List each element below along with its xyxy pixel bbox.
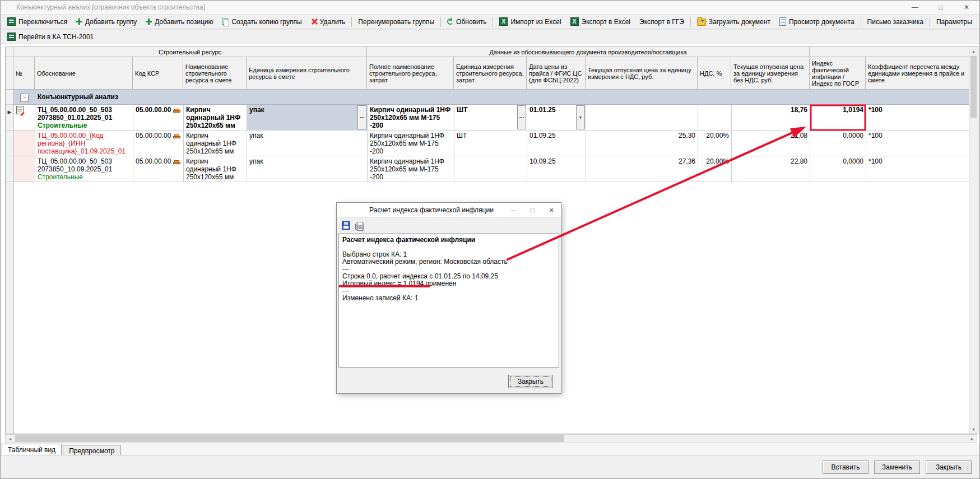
price-vat-cell[interactable]: 25,30 bbox=[586, 131, 698, 156]
name-estimate-text: Кирпич одинарный 1НФ 250х120х65 мм М-175… bbox=[186, 106, 240, 131]
dropdown-button[interactable]: ▼ bbox=[576, 105, 585, 129]
justification-cell[interactable]: ТЦ_05.00.00.00_{Код региона}_{ИНН постав… bbox=[35, 131, 133, 156]
customer-letter-button[interactable]: Письмо заказчика bbox=[863, 16, 928, 27]
vertical-scroll-thumb[interactable] bbox=[970, 56, 977, 118]
replace-button[interactable]: Заменить bbox=[874, 461, 920, 474]
dialog-minimize-button[interactable]: — bbox=[504, 203, 523, 217]
header-price-date[interactable]: Дата цены из прайса / ФГИС ЦС (для ФСБЦ-… bbox=[527, 57, 586, 90]
tab-table-view[interactable]: Табличный вид bbox=[2, 444, 62, 455]
renumber-groups-button[interactable]: Перенумеровать группы bbox=[354, 16, 439, 27]
dialog-close-action-button[interactable]: Закрыть bbox=[508, 375, 553, 388]
save-icon[interactable] bbox=[342, 221, 350, 230]
price-vat-cell[interactable]: 27,36 bbox=[586, 156, 698, 182]
price-vat-cell[interactable] bbox=[586, 105, 698, 131]
row-num-cell[interactable] bbox=[14, 156, 35, 182]
scroll-down-icon[interactable]: ▼ bbox=[969, 425, 978, 434]
conversion-cell[interactable]: *100 bbox=[866, 156, 969, 182]
row-num-cell[interactable] bbox=[14, 131, 35, 156]
dialog-close-button[interactable]: ✕ bbox=[542, 203, 561, 217]
goto-ka-tsn-button[interactable]: Перейти в КА ТСН-2001 bbox=[3, 31, 98, 43]
price-no-vat-cell[interactable]: 22,80 bbox=[732, 156, 810, 182]
name-estimate-cell[interactable]: Кирпич одинарный 1НФ 250х120х65 мм М-175… bbox=[184, 105, 247, 131]
close-bottom-button[interactable]: Закрыть bbox=[926, 461, 972, 474]
table-row[interactable]: ▶ ТЦ_05.00.00.00_50_503 2073850_01.01.20… bbox=[6, 105, 969, 131]
inflation-index-cell[interactable]: 1,0194 bbox=[810, 105, 866, 131]
name-estimate-cell[interactable]: Кирпич одинарный 1НФ 250х120х65 мм М-175… bbox=[184, 131, 247, 156]
export-gge-button[interactable]: Экспорт в ГГЭ bbox=[635, 16, 689, 27]
print-icon[interactable] bbox=[355, 224, 364, 230]
insert-button[interactable]: Вставить bbox=[823, 461, 868, 474]
load-document-button[interactable]: Загрузить документ bbox=[693, 16, 775, 27]
table-row[interactable]: ТЦ_05.00.00.00_{Код региона}_{ИНН постав… bbox=[6, 131, 969, 156]
close-button[interactable]: ✕ bbox=[954, 1, 979, 14]
unit-cost-cell[interactable] bbox=[454, 156, 527, 182]
scroll-up-icon[interactable]: ▲ bbox=[969, 47, 978, 55]
ksr-code-cell[interactable]: 05.00.00.00 bbox=[133, 131, 184, 156]
group-row[interactable]: - Конъюнктурный анализ bbox=[6, 90, 969, 105]
inflation-index-cell[interactable]: 0,0000 bbox=[810, 131, 866, 156]
switch-button[interactable]: Переключиться bbox=[3, 16, 72, 27]
full-name-cell[interactable]: Кирпич одинарный 1НФ 250х120х65 мм М-175… bbox=[368, 156, 454, 182]
delete-button[interactable]: Удалить bbox=[306, 16, 350, 27]
unit-estimate-cell[interactable]: упак bbox=[247, 131, 368, 156]
price-date-cell[interactable]: 01.09.25 bbox=[527, 131, 586, 156]
collapse-button[interactable]: - bbox=[20, 94, 29, 102]
parameters-button[interactable]: Параметры bbox=[932, 16, 977, 27]
header-inflation-index[interactable]: Индекс фактической инфляции / Индекс по … bbox=[810, 57, 866, 90]
price-date-cell[interactable]: 10.09.25 bbox=[527, 156, 586, 182]
header-num[interactable]: № bbox=[13, 57, 35, 90]
minimize-button[interactable]: — bbox=[902, 1, 928, 14]
header-unit-estimate[interactable]: Единица измерения строительного ресурса … bbox=[247, 57, 367, 90]
refresh-button[interactable]: Обновить bbox=[443, 16, 491, 27]
justification-cell[interactable]: ТЦ_05.00.00.00_50_503 2073850_01.01.2025… bbox=[35, 105, 133, 131]
scroll-left-icon[interactable]: ◄ bbox=[6, 435, 15, 443]
unit-estimate-cell[interactable]: упак bbox=[247, 156, 368, 182]
copy-group-button[interactable]: Создать копию группы bbox=[217, 16, 306, 27]
row-num-cell[interactable] bbox=[14, 105, 35, 131]
header-full-name[interactable]: Полное наименование строительного ресурс… bbox=[367, 57, 454, 90]
export-excel-button[interactable]: X Экспорт в Excel bbox=[566, 16, 635, 27]
price-date-cell[interactable]: 01.01.25 ▼ bbox=[527, 105, 586, 131]
horizontal-scroll-thumb[interactable] bbox=[15, 435, 564, 442]
tab-preview[interactable]: Предпросмотр bbox=[63, 445, 120, 455]
conversion-cell[interactable]: *100 bbox=[866, 131, 969, 156]
ellipsis-button[interactable]: ... bbox=[357, 105, 366, 129]
full-name-cell[interactable]: Кирпич одинарный 1НФ 250х120х65 мм М-175… bbox=[368, 131, 454, 156]
unit-cost-cell[interactable]: ШТ bbox=[454, 131, 527, 156]
import-excel-button[interactable]: X Импорт из Excel bbox=[495, 16, 565, 27]
add-group-button[interactable]: Добавить группу bbox=[72, 16, 141, 27]
unit-estimate-cell[interactable]: упак ... bbox=[247, 105, 368, 131]
ksr-code-cell[interactable]: 05.00.00.00 bbox=[133, 156, 184, 182]
header-unit-cost[interactable]: Единица измерения строительного ресурса,… bbox=[454, 57, 527, 90]
header-price-no-vat[interactable]: Текущая отпускная цена за единицу измере… bbox=[731, 57, 810, 90]
vertical-scrollbar[interactable]: ▲ ▼ bbox=[969, 47, 978, 434]
maximize-button[interactable]: □ bbox=[928, 1, 954, 14]
name-estimate-cell[interactable]: Кирпич одинарный 1НФ 250х120х65 мм М-175… bbox=[184, 156, 247, 182]
view-document-button[interactable]: Просмотр документа bbox=[775, 16, 859, 27]
vat-cell[interactable] bbox=[698, 105, 732, 131]
vat-cell[interactable]: 20,00% bbox=[698, 131, 732, 156]
unit-cost-cell[interactable]: ШТ ... bbox=[454, 105, 527, 131]
table-row[interactable]: ТЦ_05.00.00.00_50_503 2073850_10.09.2025… bbox=[6, 156, 969, 182]
ellipsis-button[interactable]: ... bbox=[517, 105, 526, 129]
header-price-vat[interactable]: Текущая отпускная цена за единицу измере… bbox=[586, 57, 698, 90]
price-no-vat-cell[interactable]: 21,08 bbox=[732, 131, 810, 156]
price-no-vat-cell[interactable]: 18,76 bbox=[732, 105, 810, 131]
header-vat[interactable]: НДС, % bbox=[698, 57, 731, 90]
conversion-cell[interactable]: *100 bbox=[866, 105, 969, 131]
header-ksr-code[interactable]: Код КСР bbox=[133, 57, 183, 90]
horizontal-scrollbar[interactable]: ◄ ► bbox=[5, 434, 977, 443]
excel-icon: X bbox=[499, 17, 508, 26]
vat-cell[interactable]: 20,00% bbox=[698, 156, 732, 182]
full-name-cell[interactable]: Кирпич одинарный 1НФ 250х120х65 мм М-175… bbox=[368, 105, 454, 131]
scroll-right-icon[interactable]: ► bbox=[968, 435, 977, 443]
dialog-maximize-button[interactable]: □ bbox=[523, 203, 542, 217]
ksr-code-cell[interactable]: 05.00.00.00 bbox=[133, 105, 184, 131]
justification-cell[interactable]: ТЦ_05.00.00.00_50_503 2073850_10.09.2025… bbox=[35, 156, 133, 182]
header-name-estimate[interactable]: Наименование строительного ресурса в сме… bbox=[183, 57, 247, 90]
header-conversion[interactable]: Коэффициент пересчета между единицами из… bbox=[866, 57, 969, 90]
folder-upload-icon bbox=[697, 18, 706, 26]
header-justification[interactable]: Обоснование bbox=[35, 57, 133, 90]
inflation-index-cell[interactable]: 0,0000 bbox=[810, 156, 866, 182]
add-item-button[interactable]: Добавить позицию bbox=[141, 16, 217, 27]
